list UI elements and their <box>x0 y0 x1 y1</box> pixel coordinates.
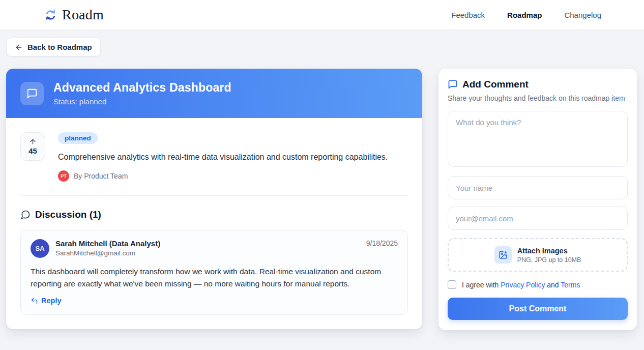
post-comment-button[interactable]: Post Comment <box>448 298 628 320</box>
nav-link-feedback[interactable]: Feedback <box>451 11 485 19</box>
brand-logo[interactable]: Roadm <box>44 7 104 23</box>
item-header: Advanced Analytics Dashboard Status: pla… <box>6 69 422 118</box>
author-avatar: PT <box>58 170 69 182</box>
back-button-label: Back to Roadmap <box>27 43 92 51</box>
status-badge: planned <box>58 132 98 144</box>
message-circle-icon <box>20 210 31 220</box>
discussion-heading: Discussion (1) <box>20 209 408 220</box>
vote-count: 45 <box>28 147 37 155</box>
top-navbar: Roadm Feedback Roadmap Changelog <box>0 0 644 30</box>
attach-images-dropzone[interactable]: Attach Images PNG, JPG up to 10MB <box>448 238 628 272</box>
add-comment-heading: Add Comment <box>448 79 628 90</box>
page-content: Back to Roadmap Advanced Analytics Dashb… <box>0 30 644 330</box>
terms-link[interactable]: Terms <box>561 281 580 289</box>
comment-card: SA Sarah Mitchell (Data Analyst) SarahMi… <box>20 230 408 315</box>
privacy-policy-link[interactable]: Privacy Policy <box>501 281 545 289</box>
agree-row: I agree with Privacy Policy and Terms <box>448 280 628 289</box>
brand-name: Roadm <box>62 7 104 23</box>
reply-label: Reply <box>41 297 62 305</box>
nav-links: Feedback Roadmap Changelog <box>451 11 601 19</box>
back-to-roadmap-button[interactable]: Back to Roadmap <box>6 38 101 56</box>
author-name: By Product Team <box>74 172 128 180</box>
agree-prefix: I agree with <box>462 281 499 289</box>
reply-button[interactable]: Reply <box>31 297 62 305</box>
email-input[interactable] <box>448 207 628 230</box>
author-row: PT By Product Team <box>58 170 388 182</box>
roadmap-item-card: Advanced Analytics Dashboard Status: pla… <box>6 69 422 329</box>
arrow-left-icon <box>15 43 23 51</box>
agree-checkbox[interactable] <box>448 280 456 289</box>
discussion-title: Discussion (1) <box>35 209 101 220</box>
nav-link-changelog[interactable]: Changelog <box>564 11 601 19</box>
message-square-icon <box>20 82 44 105</box>
sync-circle-logo-icon <box>44 8 57 22</box>
item-description: Comprehensive analytics with real-time d… <box>58 151 388 163</box>
attach-hint: PNG, JPG up to 10MB <box>517 256 581 264</box>
comment-date: 9/18/2025 <box>366 239 398 247</box>
agree-conjunction: and <box>547 281 559 289</box>
commenter-avatar: SA <box>31 239 49 258</box>
item-status-line: Status: planned <box>53 97 231 106</box>
upvote-button[interactable]: 45 <box>20 132 45 161</box>
add-comment-subtitle: Share your thoughts and feedback on this… <box>448 94 628 102</box>
divider <box>20 195 408 196</box>
comment-body: This dashboard will completely transform… <box>31 266 398 290</box>
commenter-email: SarahMitchell@gmail.com <box>55 249 160 257</box>
arrow-up-icon <box>29 138 37 145</box>
comment-bubble-icon <box>448 79 458 90</box>
reply-arrow-icon <box>31 297 38 305</box>
item-body: 45 planned Comprehensive analytics with … <box>6 118 422 329</box>
commenter-name: Sarah Mitchell (Data Analyst) <box>55 239 160 248</box>
agree-text: I agree with Privacy Policy and Terms <box>462 281 580 289</box>
image-plus-icon <box>494 246 512 264</box>
add-comment-title: Add Comment <box>462 79 529 90</box>
name-input[interactable] <box>448 176 628 199</box>
comment-message-input[interactable] <box>448 111 628 167</box>
nav-link-roadmap[interactable]: Roadmap <box>507 11 542 19</box>
attach-title: Attach Images <box>517 247 581 255</box>
add-comment-card: Add Comment Share your thoughts and feed… <box>438 69 637 330</box>
item-title: Advanced Analytics Dashboard <box>53 81 231 95</box>
